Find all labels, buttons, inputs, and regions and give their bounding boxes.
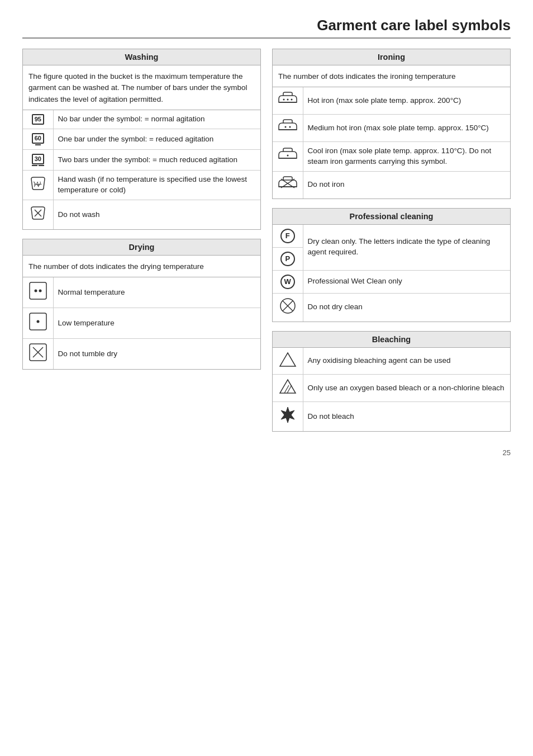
svg-point-4 (34, 290, 37, 292)
washing-desc-95: No bar under the symbol: = normal agitat… (53, 110, 260, 129)
drying-desc-cross: Do not tumble dry (53, 339, 260, 369)
drying-desc-normal: Normal temperature (53, 277, 260, 308)
drying-header: Drying (23, 239, 260, 256)
svg-point-12 (283, 99, 284, 101)
left-column: Washing The figure quoted in the bucket … (22, 49, 261, 432)
washing-symbol-cross (23, 200, 53, 229)
table-row: Cool iron (max sole plate temp. approx. … (273, 142, 510, 172)
drying-table: Normal temperature Low temperature (23, 277, 260, 369)
drying-symbol-normal (23, 277, 53, 308)
table-row: 60 One bar under the symbol: = reduced a… (23, 129, 260, 149)
drying-symbol-low (23, 308, 53, 339)
drying-symbol-cross (23, 339, 53, 369)
drying-desc-low: Low temperature (53, 308, 260, 339)
washing-symbol-hand: 𝓦 (23, 171, 53, 200)
ironing-intro: The number of dots indicates the ironing… (273, 65, 510, 87)
washing-section: Washing The figure quoted in the bucket … (22, 49, 261, 230)
svg-text:𝓦: 𝓦 (33, 180, 41, 188)
table-row: Hot iron (max sole plate temp. approx. 2… (273, 87, 510, 114)
bleaching-desc-cross: Do not bleach (303, 402, 510, 431)
bleaching-symbol-triangle-lines (273, 375, 303, 402)
svg-marker-27 (280, 380, 296, 393)
svg-point-14 (291, 99, 292, 101)
table-row: 30 Two bars under the symbol: = much red… (23, 150, 260, 171)
washing-desc-30: Two bars under the symbol: = much reduce… (53, 150, 260, 171)
drying-section: Drying The number of dots indicates the … (22, 239, 261, 370)
bleaching-section: Bleaching Any oxidising bleaching agent … (272, 331, 511, 432)
main-content: Washing The figure quoted in the bucket … (22, 49, 511, 432)
iron-symbol-hot (273, 87, 303, 114)
svg-marker-26 (280, 353, 296, 366)
professional-header: Professional cleaning (273, 209, 510, 225)
iron-symbol-medium (273, 115, 303, 142)
washing-intro: The figure quoted in the bucket is the m… (23, 65, 260, 110)
washing-desc-cross: Do not wash (53, 200, 260, 229)
bleaching-symbol-triangle (273, 348, 303, 375)
table-row: Do not bleach (273, 402, 510, 431)
iron-desc-medium: Medium hot iron (max sole plate temp. ap… (303, 115, 510, 142)
iron-desc-cool: Cool iron (max sole plate temp. approx. … (303, 142, 510, 172)
bleaching-symbol-cross (273, 402, 303, 431)
professional-symbol-F: F (273, 225, 303, 248)
svg-point-19 (287, 154, 288, 156)
professional-desc-F: Dry clean only. The letters indicate the… (303, 225, 510, 271)
iron-desc-hot: Hot iron (max sole plate temp. approx. 2… (303, 87, 510, 114)
table-row: Do not dry clean (273, 293, 510, 321)
table-row: Normal temperature (23, 277, 260, 308)
washing-desc-hand: Hand wash (if no temperature is specifie… (53, 171, 260, 200)
ironing-header: Ironing (273, 49, 510, 65)
washing-table: 95 No bar under the symbol: = normal agi… (23, 110, 260, 229)
table-row: F Dry clean only. The letters indicate t… (273, 225, 510, 248)
professional-desc-cross: Do not dry clean (303, 293, 510, 321)
table-row: Low temperature (23, 308, 260, 339)
page-title: Garment care label symbols (22, 17, 511, 39)
drying-intro: The number of dots indicates the drying … (23, 256, 260, 277)
professional-section: Professional cleaning F Dry clean only. … (272, 208, 511, 322)
washing-header: Washing (23, 49, 260, 65)
iron-symbol-cross (273, 171, 303, 198)
washing-symbol-30: 30 (23, 150, 53, 171)
table-row: Only use an oxygen based bleach or a non… (273, 375, 510, 402)
table-row: Medium hot iron (max sole plate temp. ap… (273, 115, 510, 142)
right-column: Ironing The number of dots indicates the… (272, 49, 511, 432)
professional-table: F Dry clean only. The letters indicate t… (273, 225, 510, 322)
bleaching-header: Bleaching (273, 332, 510, 348)
table-row: Do not iron (273, 171, 510, 198)
washing-symbol-95: 95 (23, 110, 53, 129)
svg-marker-30 (281, 407, 294, 423)
professional-symbol-cross (273, 293, 303, 321)
svg-point-16 (284, 126, 286, 128)
svg-point-7 (36, 320, 39, 323)
svg-rect-3 (30, 282, 46, 299)
svg-point-17 (289, 126, 291, 128)
table-row: Any oxidising bleaching agent can be use… (273, 348, 510, 375)
bleaching-table: Any oxidising bleaching agent can be use… (273, 348, 510, 432)
bleaching-desc-oxygen: Only use an oxygen based bleach or a non… (303, 375, 510, 402)
table-row: 𝓦 Hand wash (if no temperature is specif… (23, 171, 260, 200)
washing-symbol-60: 60 (23, 129, 53, 149)
svg-point-5 (39, 290, 41, 292)
professional-desc-W: Professional Wet Clean only (303, 270, 510, 293)
bleaching-desc-any: Any oxidising bleaching agent can be use… (303, 348, 510, 375)
svg-point-13 (287, 99, 288, 101)
table-row: W Professional Wet Clean only (273, 270, 510, 293)
page-number: 25 (22, 448, 511, 457)
professional-symbol-P: P (273, 247, 303, 270)
iron-desc-cross: Do not iron (303, 171, 510, 198)
washing-desc-60: One bar under the symbol: = reduced agit… (53, 129, 260, 149)
professional-symbol-W: W (273, 270, 303, 293)
table-row: Do not tumble dry (23, 339, 260, 369)
table-row: Do not wash (23, 200, 260, 229)
ironing-table: Hot iron (max sole plate temp. approx. 2… (273, 87, 510, 198)
table-row: 95 No bar under the symbol: = normal agi… (23, 110, 260, 129)
iron-symbol-cool (273, 142, 303, 172)
ironing-section: Ironing The number of dots indicates the… (272, 49, 511, 199)
